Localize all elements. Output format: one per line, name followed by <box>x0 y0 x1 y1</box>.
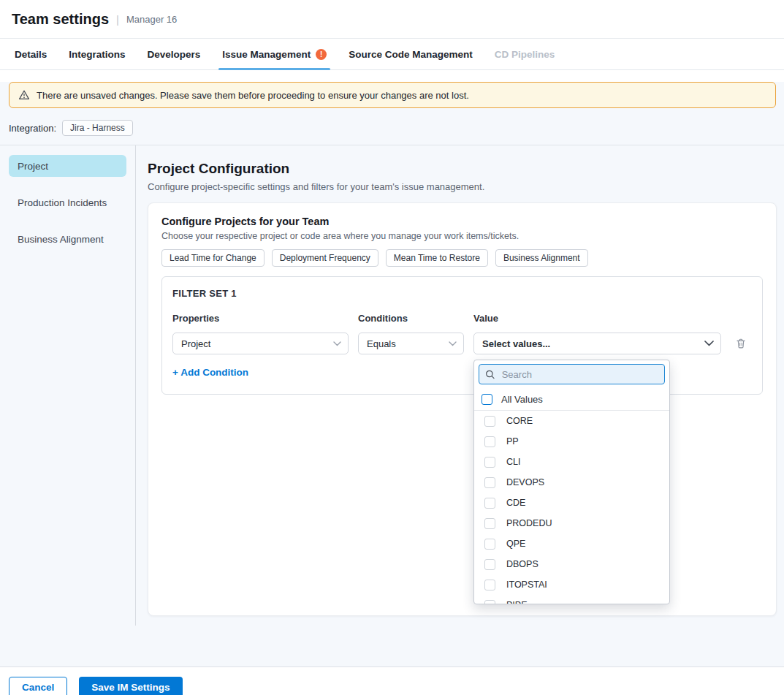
page-title: Team settings <box>12 11 109 28</box>
configure-projects-card: Configure Projects for your Team Choose … <box>148 202 777 616</box>
card-title: Configure Projects for your Team <box>161 216 763 227</box>
chip-mean-time-to-restore[interactable]: Mean Time to Restore <box>386 249 488 267</box>
section-subtitle: Configure project-specific settings and … <box>148 181 777 192</box>
content-area: There are unsaved changes. Please save t… <box>0 82 784 666</box>
option-checkbox[interactable] <box>484 477 495 488</box>
delete-condition-button[interactable] <box>731 333 751 354</box>
metric-chips-row: Lead Time for Change Deployment Frequenc… <box>161 249 763 267</box>
option-qpe[interactable]: QPE <box>474 533 669 554</box>
option-checkbox[interactable] <box>484 416 495 427</box>
option-checkbox[interactable] <box>484 436 495 447</box>
dropdown-options-list[interactable]: CORE PP CLI <box>474 411 669 604</box>
integration-row: Integration: Jira - Harness <box>9 120 784 136</box>
tab-cd-pipelines: CD Pipelines <box>495 39 555 69</box>
add-condition-button[interactable]: + Add Condition <box>172 367 248 378</box>
sidebar-item-project[interactable]: Project <box>9 155 126 177</box>
chip-business-alignment[interactable]: Business Alignment <box>495 249 588 267</box>
sidebar-item-business-alignment[interactable]: Business Alignment <box>9 228 126 250</box>
config-sidebar: Project Production Incidents Business Al… <box>0 145 136 626</box>
cancel-button[interactable]: Cancel <box>9 677 67 695</box>
option-checkbox[interactable] <box>484 457 495 468</box>
option-devops[interactable]: DEVOPS <box>474 472 669 493</box>
option-pp[interactable]: PP <box>474 431 669 452</box>
tab-developers[interactable]: Developers <box>148 39 201 69</box>
option-cli[interactable]: CLI <box>474 452 669 472</box>
banner-text: There are unsaved changes. Please save t… <box>37 90 469 101</box>
footer-action-bar: Cancel Save IM Settings <box>0 666 784 695</box>
filter-set-title: FILTER SET 1 <box>172 288 752 299</box>
integration-label: Integration: <box>9 123 56 134</box>
option-cde[interactable]: CDE <box>474 493 669 513</box>
save-im-settings-button[interactable]: Save IM Settings <box>79 677 182 695</box>
chip-lead-time-for-change[interactable]: Lead Time for Change <box>161 249 264 267</box>
option-checkbox[interactable] <box>484 539 495 550</box>
option-checkbox[interactable] <box>484 498 495 509</box>
option-pipe[interactable]: PIPE <box>474 595 669 604</box>
filter-set-card: FILTER SET 1 Properties Conditions Value… <box>161 276 763 395</box>
chevron-down-icon <box>704 341 714 346</box>
option-core[interactable]: CORE <box>474 411 669 431</box>
filter-column-headers: Properties Conditions Value <box>172 313 752 324</box>
card-subtitle: Choose your respective project or code a… <box>161 231 763 241</box>
warning-triangle-icon <box>18 89 30 101</box>
page-header: Team settings | Manager 16 <box>0 0 784 39</box>
filter-condition-row: Project Equals <box>172 333 752 354</box>
tab-issue-management[interactable]: Issue Management ! <box>222 39 327 69</box>
value-dropdown-panel: All Values CORE PP <box>473 360 670 604</box>
section-title: Project Configuration <box>148 161 777 177</box>
select-all-values-option[interactable]: All Values <box>474 389 669 411</box>
chevron-down-icon <box>449 341 457 346</box>
integration-chip[interactable]: Jira - Harness <box>62 120 133 136</box>
conditions-column-label: Conditions <box>358 313 464 324</box>
option-checkbox[interactable] <box>484 580 495 590</box>
trash-icon <box>735 338 747 349</box>
settings-tabbar: Details Integrations Developers Issue Ma… <box>0 39 784 70</box>
property-select[interactable]: Project <box>172 333 349 354</box>
value-select-wrapper: Select values... <box>473 333 721 354</box>
warning-badge-icon: ! <box>316 49 327 60</box>
condition-select[interactable]: Equals <box>358 333 464 354</box>
option-itopstai[interactable]: ITOPSTAI <box>474 574 669 595</box>
dropdown-search-input[interactable] <box>501 368 658 381</box>
chip-deployment-frequency[interactable]: Deployment Frequency <box>272 249 378 267</box>
dropdown-search-box <box>479 364 665 384</box>
value-column-label: Value <box>473 313 721 324</box>
tab-details[interactable]: Details <box>15 39 47 69</box>
unsaved-changes-banner: There are unsaved changes. Please save t… <box>9 82 776 108</box>
main-panel: Project Configuration Configure project-… <box>136 145 784 626</box>
title-separator: | <box>116 13 119 26</box>
search-icon <box>485 369 495 380</box>
settings-body: Project Production Incidents Business Al… <box>0 145 784 626</box>
properties-column-label: Properties <box>172 313 349 324</box>
value-multiselect[interactable]: Select values... <box>473 333 721 354</box>
option-checkbox[interactable] <box>484 518 495 529</box>
option-dbops[interactable]: DBOPS <box>474 554 669 574</box>
chevron-down-icon <box>333 341 341 346</box>
option-checkbox[interactable] <box>484 559 495 570</box>
sidebar-item-production-incidents[interactable]: Production Incidents <box>9 191 126 213</box>
tab-integrations[interactable]: Integrations <box>69 39 125 69</box>
option-checkbox[interactable] <box>484 600 495 605</box>
all-values-checkbox[interactable] <box>482 394 492 405</box>
option-prodedu[interactable]: PRODEDU <box>474 513 669 533</box>
tab-source-code-management[interactable]: Source Code Management <box>349 39 473 69</box>
team-name-label: Manager 16 <box>126 14 177 25</box>
